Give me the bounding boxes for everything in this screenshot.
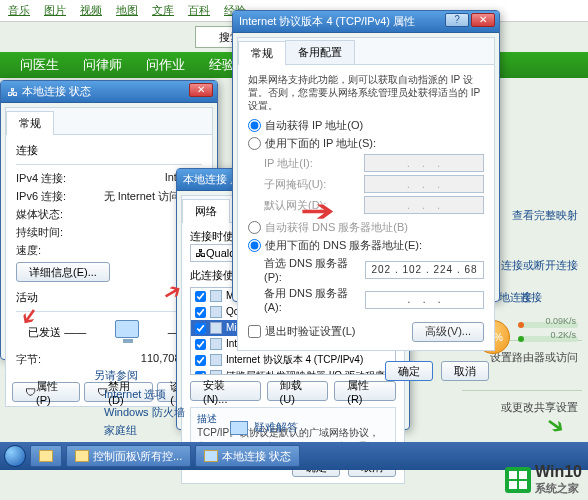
titlebar[interactable]: 🖧本地连接 状态 ✕	[1, 81, 217, 103]
speed-1: 0.09K/s	[545, 316, 576, 326]
text-share: 或更改共享设置	[501, 400, 578, 415]
chk-item[interactable]	[195, 339, 206, 350]
monitor-icon	[230, 421, 248, 435]
radio-ip-auto[interactable]: 自动获得 IP 地址(O)	[248, 118, 484, 133]
properties-button[interactable]: 🛡 属性(P)	[12, 382, 80, 402]
radio-dns-manual[interactable]: 使用下面的 DNS 服务器地址(E):	[248, 238, 484, 253]
label-gateway: 默认网关(D):	[264, 198, 326, 213]
component-icon	[210, 290, 222, 302]
taskbar-item-explorer[interactable]	[30, 445, 62, 467]
window-title: 本地连接 状态	[22, 84, 91, 99]
label-media: 媒体状态:	[16, 207, 63, 222]
gnav-doctor[interactable]: 问医生	[20, 56, 59, 74]
window-title: Internet 协议版本 4 (TCP/IPv4) 属性	[239, 14, 415, 29]
nav-video[interactable]: 视频	[80, 3, 102, 18]
chk-item[interactable]	[195, 307, 206, 318]
chk-item[interactable]	[195, 323, 206, 334]
advanced-button[interactable]: 高级(V)...	[412, 322, 484, 342]
component-icon	[210, 338, 222, 350]
network-icon	[204, 450, 218, 462]
label-dns1: 首选 DNS 服务器(P):	[264, 256, 365, 283]
component-icon	[210, 306, 222, 318]
label-sent: 已发送 ——	[28, 325, 86, 340]
divider	[462, 390, 582, 391]
watermark: Win10 系统之家	[505, 463, 582, 496]
gateway-input: . . .	[364, 196, 484, 214]
link-troubleshoot[interactable]: 疑难解答	[230, 420, 298, 435]
window-ipv4-properties: Internet 协议版本 4 (TCP/IPv4) 属性 ? ✕ 常规 备用配…	[232, 10, 500, 302]
link-view-full-map[interactable]: 查看完整映射	[512, 208, 578, 223]
dns2-input[interactable]: . . .	[365, 291, 484, 309]
label-speed: 速度:	[16, 243, 41, 258]
gnav-lawyer[interactable]: 问律师	[83, 56, 122, 74]
nav-wenku[interactable]: 文库	[152, 3, 174, 18]
taskbar: 控制面板\所有控... 本地连接 状态	[0, 442, 588, 470]
chk-item[interactable]	[195, 291, 206, 302]
ok-button[interactable]: 确定	[385, 361, 433, 381]
label-bytes: 字节:	[16, 352, 41, 367]
chk-validate[interactable]: 退出时验证设置(L)	[248, 324, 355, 339]
network-activity-icon	[111, 318, 143, 346]
start-orb[interactable]	[4, 445, 26, 467]
tab-alternate[interactable]: 备用配置	[285, 40, 355, 64]
label-ip: IP 地址(I):	[264, 156, 313, 171]
see-also-heading: 另请参阅	[94, 368, 264, 383]
windows-logo-icon	[505, 467, 531, 493]
link-conn-disconn[interactable]: 连接或断开连接	[501, 258, 578, 273]
dns1-input[interactable]: 202 . 102 . 224 . 68	[365, 261, 484, 279]
component-icon	[210, 354, 222, 366]
component-icon	[210, 322, 222, 334]
radio-ip-manual[interactable]: 使用下面的 IP 地址(S):	[248, 136, 484, 151]
mask-input: . . .	[364, 175, 484, 193]
text-router: 设置路由器或访问	[490, 350, 578, 365]
ip-input: . . .	[364, 154, 484, 172]
link-firewall[interactable]: Windows 防火墙	[104, 405, 264, 420]
titlebar[interactable]: Internet 协议版本 4 (TCP/IPv4) 属性 ? ✕	[233, 11, 499, 33]
tab-general[interactable]: 常规	[6, 111, 54, 135]
nav-music[interactable]: 音乐	[8, 3, 30, 18]
gnav-homework[interactable]: 问作业	[146, 56, 185, 74]
tab-general[interactable]: 常规	[238, 41, 286, 65]
label-ipv4: IPv4 连接:	[16, 171, 66, 186]
cancel-button[interactable]: 取消	[441, 361, 489, 381]
folder-icon	[39, 450, 53, 462]
section-activity: 活动	[16, 290, 202, 305]
details-button[interactable]: 详细信息(E)...	[16, 262, 110, 282]
close-icon[interactable]: ✕	[189, 83, 213, 97]
link-internet-options[interactable]: Internet 选项	[104, 387, 264, 402]
nav-images[interactable]: 图片	[44, 3, 66, 18]
nav-baike[interactable]: 百科	[188, 3, 210, 18]
speed-2: 0.2K/s	[550, 330, 576, 340]
label-ipv6: IPv6 连接:	[16, 189, 66, 204]
nav-map[interactable]: 地图	[116, 3, 138, 18]
section-connection: 连接	[16, 143, 202, 158]
tab-network[interactable]: 网络	[182, 199, 230, 223]
chk-item[interactable]	[195, 355, 206, 366]
label-dns2: 备用 DNS 服务器(A):	[264, 286, 365, 313]
label-duration: 持续时间:	[16, 225, 63, 240]
close-icon[interactable]: ✕	[471, 13, 495, 27]
radio-dns-auto[interactable]: 自动获得 DNS 服务器地址(B)	[248, 220, 484, 235]
note-text: 如果网络支持此功能，则可以获取自动指派的 IP 设置。否则，您需要从网络系统管理…	[248, 73, 484, 112]
label-mask: 子网掩码(U):	[264, 177, 326, 192]
help-icon[interactable]: ?	[445, 13, 469, 27]
folder-icon	[75, 450, 89, 462]
taskbar-item-status[interactable]: 本地连接 状态	[195, 445, 300, 467]
taskbar-item-control-panel[interactable]: 控制面板\所有控...	[66, 445, 191, 467]
